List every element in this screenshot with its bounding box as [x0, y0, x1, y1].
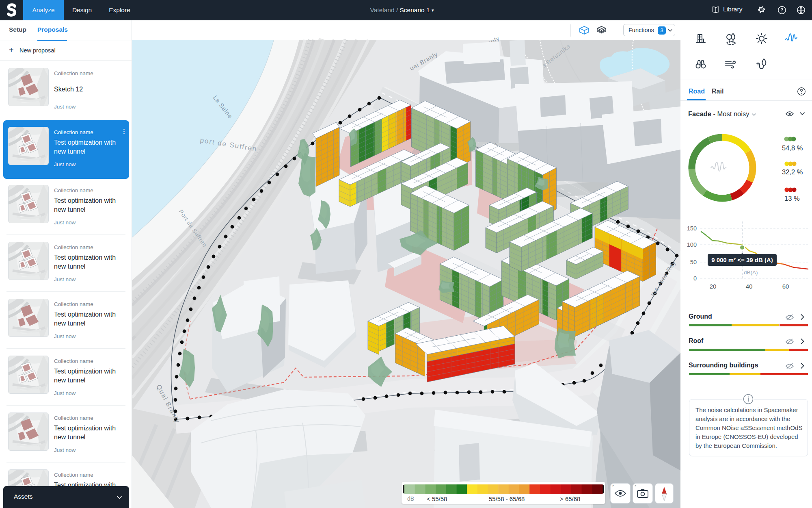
svg-text:50: 50 — [690, 259, 697, 265]
svg-text:40: 40 — [746, 283, 753, 290]
svg-text:0: 0 — [693, 275, 697, 282]
svg-text:dB(A): dB(A) — [744, 269, 758, 276]
svg-text:20: 20 — [710, 283, 717, 290]
svg-text:9 000 m² <= 39 dB (A): 9 000 m² <= 39 dB (A) — [711, 256, 773, 263]
svg-text:100: 100 — [687, 241, 697, 248]
svg-text:60: 60 — [782, 283, 789, 290]
svg-text:150: 150 — [687, 225, 697, 232]
